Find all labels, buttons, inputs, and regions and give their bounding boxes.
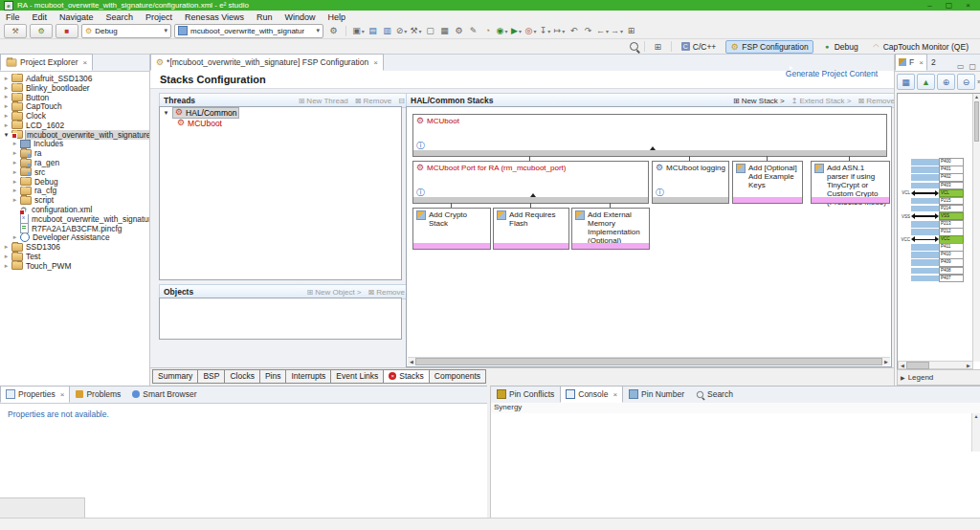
remove-stack-button[interactable]: ⊠Remove — [858, 97, 896, 105]
info-icon[interactable]: ⓘ — [656, 188, 664, 197]
close-icon[interactable]: × — [919, 58, 924, 67]
expand-arrow-icon[interactable]: ▸ — [3, 253, 10, 260]
expand-arrow-icon[interactable]: ▾ — [3, 131, 10, 139]
stack-block-mcuboot-logging[interactable]: ⚙MCUboot logging ⓘ — [652, 161, 729, 199]
tab-search[interactable]: Search — [690, 386, 739, 403]
tree-item-script[interactable]: ▸ script — [0, 195, 149, 205]
tree-item-touch-pwm[interactable]: ▸ Touch_PWM — [0, 261, 149, 271]
stack-block-add-example-keys[interactable]: Add [Optional] Add Example Keys — [732, 161, 803, 199]
toolbar-save-all-button[interactable]: ▥ — [380, 25, 394, 37]
toolbar-run-button[interactable]: ▶ — [509, 25, 523, 37]
generate-project-content-link[interactable]: Generate Project Content — [779, 63, 884, 80]
menu-renesas-views[interactable]: Renesas Views — [185, 12, 244, 22]
toolbar-step-over-button[interactable]: ↦ — [552, 25, 567, 37]
expand-arrow-icon[interactable]: ▾ — [163, 109, 169, 117]
build-button[interactable]: ⚒ — [4, 24, 27, 38]
tab-package-view[interactable]: F × — [895, 54, 927, 71]
new-object-button[interactable]: ⊞New Object > — [307, 288, 362, 297]
save-image-button[interactable]: ▦ — [897, 74, 915, 90]
expand-arrow-icon[interactable]: ▸ — [11, 178, 18, 186]
expand-arrow-icon[interactable]: ▸ — [11, 159, 18, 166]
toolbar-undo-button[interactable]: ↶ — [567, 25, 581, 37]
tab-summary[interactable]: Summary — [152, 369, 198, 384]
toolbar-forward-button[interactable]: → — [610, 25, 624, 37]
scroll-up-icon[interactable]: ▲ — [973, 94, 980, 99]
collapse-icon[interactable]: ⊟ — [398, 97, 405, 105]
expand-arrow-icon[interactable]: ▸ — [3, 121, 10, 129]
tree-item-developer-assistance[interactable]: ▸ Developer Assistance — [0, 233, 149, 243]
tree-item-src[interactable]: ▸ src — [0, 167, 149, 177]
toolbar-back-button[interactable]: ← — [595, 25, 610, 37]
tab-components[interactable]: Components — [430, 369, 486, 384]
toolbar-redo-button[interactable]: ↷ — [581, 25, 595, 37]
toolbar-save-button[interactable]: ▤ — [366, 25, 380, 37]
minimize-view-icon[interactable]: ▭ — [957, 62, 965, 71]
package-horizontal-scrollbar[interactable]: ◀ ▶ — [898, 361, 973, 369]
close-icon[interactable]: × — [373, 58, 378, 67]
expand-arrow-icon[interactable]: ▸ — [11, 149, 18, 157]
tree-item-button[interactable]: ▸ Button — [0, 93, 149, 102]
tree-item-ssd1306[interactable]: ▸ SSD1306 — [0, 242, 149, 252]
menu-run[interactable]: Run — [256, 12, 273, 22]
tab-problems[interactable]: Problems — [70, 386, 126, 403]
zoom-in-button[interactable]: ⊕ — [937, 74, 955, 90]
pin-row-p409[interactable]: P409 — [898, 259, 970, 266]
perspective-captouch-monitor[interactable]: ◠ CapTouch Monitor (QE) — [868, 41, 972, 53]
terminate-button[interactable]: ■ — [56, 24, 78, 38]
tree-item-adafruit-ssd1306[interactable]: ▸ Adafruit_SSD1306 — [0, 74, 149, 83]
pin-row-p215[interactable]: P215 — [898, 197, 970, 204]
expand-arrow-icon[interactable]: ▸ — [11, 233, 18, 241]
close-icon[interactable]: × — [612, 390, 617, 399]
launch-target-dropdown[interactable]: mcuboot_overwrite_with_signatur ▾ — [174, 24, 323, 38]
tab-event-links[interactable]: Event Links — [331, 369, 384, 384]
toolbar-step-into-button[interactable]: ↧ — [538, 25, 552, 37]
scroll-right-icon[interactable]: ▶ — [882, 359, 890, 364]
pin-row-p411[interactable]: P411 — [898, 244, 970, 251]
package-vertical-scrollbar[interactable]: ▲ — [972, 94, 980, 362]
scroll-left-icon[interactable]: ◀ — [899, 363, 906, 368]
menu-help[interactable]: Help — [328, 12, 346, 22]
launch-gear-icon[interactable]: ⚙ — [326, 25, 341, 37]
pin-row-p410[interactable]: P410 — [898, 252, 970, 258]
expand-arrow-icon[interactable]: ▸ — [3, 75, 10, 82]
tree-item-includes[interactable]: ▸ Includes — [0, 140, 149, 149]
toolbar-smart-manual-button[interactable]: ✎ — [466, 25, 480, 37]
mcuboot-collapse-strip[interactable] — [412, 150, 887, 157]
stack-block-add-requires-flash[interactable]: Add Requires Flash — [493, 208, 569, 245]
expand-arrow-icon[interactable]: ▸ — [3, 93, 10, 100]
tab-package-secondary[interactable]: 2 — [927, 54, 940, 71]
scroll-left-icon[interactable]: ◀ — [408, 359, 415, 364]
pin-row-p212[interactable]: P212 — [898, 229, 970, 235]
tab-bsp[interactable]: BSP — [198, 369, 225, 384]
tree-item-debug[interactable]: ▸ Debug — [0, 177, 149, 187]
menu-edit[interactable]: Edit — [33, 12, 48, 22]
pin-row-p402[interactable]: P402 — [898, 174, 970, 181]
menu-project[interactable]: Project — [145, 12, 172, 22]
info-icon[interactable]: ⓘ — [416, 142, 425, 150]
legend-bar[interactable]: ▶ Legend — [897, 369, 980, 386]
tab-pin-conflicts[interactable]: Pin Conflicts — [491, 386, 560, 403]
close-window-icon[interactable]: × — [966, 2, 970, 10]
tab-pins[interactable]: Pins — [260, 369, 287, 384]
menu-search[interactable]: Search — [106, 12, 134, 22]
console-output[interactable]: ▲ — [491, 413, 980, 518]
scrollbar-thumb[interactable] — [906, 362, 929, 369]
expand-arrow-icon[interactable]: ▸ — [11, 140, 18, 147]
minimize-window-icon[interactable]: – — [927, 2, 931, 10]
tree-item-test[interactable]: ▸ Test — [0, 252, 149, 261]
new-stack-button[interactable]: ⊞New Stack > — [733, 97, 785, 105]
pin-row-p400[interactable]: P400 — [898, 159, 970, 166]
tree-item-lcd-1602[interactable]: ▸ LCD_1602 — [0, 121, 149, 130]
toolbar-debug-button[interactable]: ◉ — [495, 25, 509, 37]
scroll-right-icon[interactable]: ▶ — [965, 363, 972, 368]
toolbar-skip-breakpoints-button[interactable]: ⊘ — [394, 25, 409, 37]
pin-row-vcl[interactable]: VCL VCL — [898, 189, 970, 196]
remove-thread-button[interactable]: ⊠Remove — [355, 97, 392, 105]
toolbar-trace-button[interactable]: ◔ — [480, 25, 495, 37]
pin-row-p213[interactable]: P213 — [898, 221, 970, 228]
maximize-window-icon[interactable]: ▢ — [946, 2, 953, 10]
open-perspective-icon[interactable]: ⊞ — [651, 40, 665, 53]
tree-item-ra[interactable]: ▸ ra — [0, 148, 149, 158]
maximize-view-icon[interactable]: ▢ — [969, 62, 976, 71]
launch-config-dropdown[interactable]: ⚙ Debug ▾ — [81, 24, 171, 38]
